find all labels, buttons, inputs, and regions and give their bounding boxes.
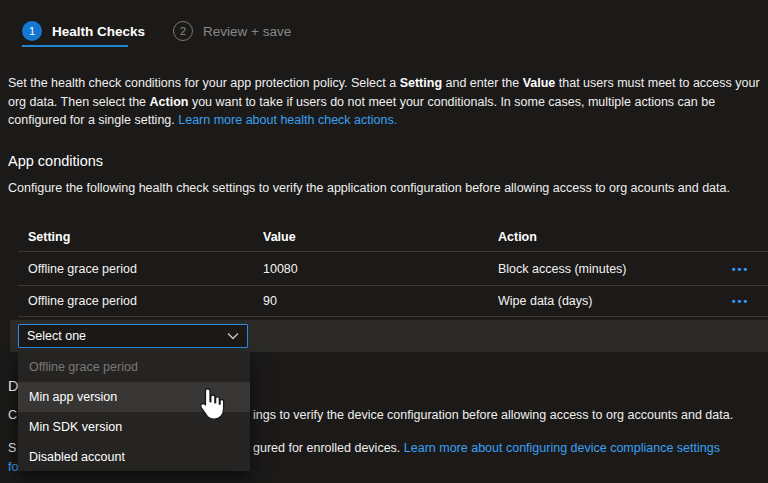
wizard-steps: 1 Health Checks 2 Review + save — [22, 21, 291, 41]
cell-action: Block access (minutes) — [498, 262, 713, 276]
step-1-label: Health Checks — [52, 24, 145, 39]
col-header-setting: Setting — [28, 230, 263, 244]
health-check-table: Setting Value Action Offline grace perio… — [18, 222, 768, 317]
learn-more-health-check-link[interactable]: Learn more about health check actions. — [178, 113, 397, 127]
step-1-badge: 1 — [22, 21, 42, 41]
row-more-options-icon[interactable]: ••• — [732, 295, 750, 307]
dropdown-option-min-app-version[interactable]: Min app version — [18, 382, 250, 412]
table-row: Offline grace period 90 Wipe data (days)… — [18, 286, 768, 317]
intro-text: Set the health check conditions for your… — [8, 76, 400, 90]
intro-bold-value: Value — [523, 76, 556, 90]
setting-dropdown-panel: Offline grace period Min app version Min… — [18, 352, 250, 471]
step-2-label: Review + save — [203, 24, 291, 39]
cell-action: Wipe data (days) — [498, 294, 713, 308]
health-checks-page: 1 Health Checks 2 Review + save Set the … — [0, 0, 768, 483]
setting-select[interactable]: Select one — [18, 324, 248, 348]
active-tab-underline — [22, 45, 128, 47]
tab-health-checks[interactable]: 1 Health Checks — [22, 21, 145, 41]
dropdown-option-min-sdk-version[interactable]: Min SDK version — [18, 412, 250, 442]
step-2-badge: 2 — [173, 21, 193, 41]
setting-select-value: Select one — [27, 329, 86, 343]
cell-value: 10080 — [263, 262, 498, 276]
col-header-value: Value — [263, 230, 498, 244]
cell-setting: Offline grace period — [28, 262, 263, 276]
chevron-down-icon — [227, 332, 239, 340]
dropdown-option-offline-grace-period: Offline grace period — [18, 352, 250, 382]
device-compliance-settings-link[interactable]: Learn more about configuring device comp… — [404, 441, 720, 455]
cell-value: 90 — [263, 294, 498, 308]
intro-paragraph: Set the health check conditions for your… — [8, 74, 760, 130]
tab-review-save[interactable]: 2 Review + save — [173, 21, 291, 41]
row-more-options-icon[interactable]: ••• — [732, 263, 750, 275]
app-conditions-heading: App conditions — [8, 153, 103, 169]
table-row: Offline grace period 10080 Block access … — [18, 252, 768, 286]
table-header-row: Setting Value Action — [18, 222, 768, 252]
app-conditions-description: Configure the following health check set… — [8, 179, 762, 198]
dropdown-option-disabled-account[interactable]: Disabled account — [18, 442, 250, 472]
new-setting-row: Select one — [10, 320, 768, 352]
cell-setting: Offline grace period — [28, 294, 263, 308]
col-header-action: Action — [498, 230, 713, 244]
intro-bold-setting: Setting — [400, 76, 442, 90]
intro-bold-action: Action — [150, 95, 189, 109]
